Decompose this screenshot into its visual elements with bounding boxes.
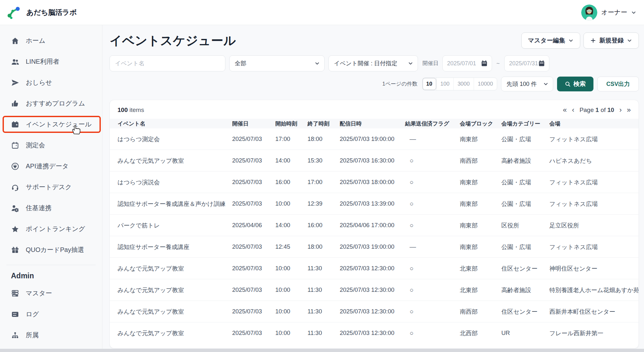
cell-category: 住区センター	[501, 308, 549, 316]
table-row[interactable]: 認知症サポーター養成講座＆声かけ訓練2025/07/0310:0012:3920…	[110, 193, 639, 214]
cell-category: 公園・広場	[501, 135, 549, 143]
date-from-input[interactable]: 2025/07/01	[442, 55, 492, 71]
cell-date: 2025/07/03	[232, 200, 275, 207]
date-mode-select[interactable]: イベント開催 : 日付指定	[328, 55, 418, 71]
cell-start: 14:00	[275, 157, 308, 164]
status-select[interactable]: 全部	[229, 55, 325, 71]
cell-delivery: 2025/07/03 19:00:00	[340, 243, 405, 250]
table-row[interactable]: みんなで元気アップ教室2025/07/0314:0015:302025/07/0…	[110, 150, 639, 171]
csv-export-button[interactable]: CSV出力	[597, 77, 639, 91]
title-actions: マスター編集 新規登録	[521, 32, 639, 49]
table-row[interactable]: はつらつ演説会2025/07/0316:0017:002025/07/03 18…	[110, 171, 639, 193]
date-range-label: 開催日	[422, 60, 439, 67]
cell-venue: 特別養護老人ホーム花畑あすか苑	[549, 286, 639, 294]
sidebar-item-person-gear[interactable]: 住基連携	[0, 198, 102, 218]
server-icon	[11, 289, 19, 298]
cell-venue: フィットネス広場	[549, 178, 631, 186]
items-count: 100 items	[118, 107, 144, 114]
event-name-input[interactable]	[109, 55, 225, 71]
user-role-label: オーナー	[601, 8, 627, 17]
sidebar-item-headset[interactable]: サポートデスク	[0, 177, 102, 198]
per-page-option-10000[interactable]: 10000	[474, 78, 497, 90]
table-row[interactable]: みんなで元気アップ教室2025/07/0310:0011:302025/07/0…	[110, 257, 639, 279]
head-count-select[interactable]: 先頭 100 件	[501, 77, 553, 91]
head-count-select-value: 先頭 100 件	[507, 80, 537, 88]
sitemap-icon	[11, 331, 19, 339]
plug-icon	[11, 162, 19, 171]
calendar-icon	[481, 60, 488, 67]
page-title: イベントスケジュール	[109, 32, 236, 49]
title-row: イベントスケジュール マスター編集 新規登録	[109, 32, 639, 49]
first-page-icon[interactable]: «	[563, 107, 567, 114]
cell-delivery: 2025/04/06 17:00:00	[340, 222, 405, 229]
cell-delivery: 2025/07/03 16:30:00	[340, 157, 405, 164]
per-page-option-10[interactable]: 10	[422, 78, 436, 90]
search-button-label: 検索	[573, 80, 586, 88]
cell-end: 11:30	[308, 329, 340, 337]
cell-date: 2025/07/03	[232, 286, 275, 293]
table-row[interactable]: みんなで元気アップ教室2025/07/0310:0011:302025/07/0…	[110, 279, 639, 301]
table-row[interactable]: パークで筋トレ2025/04/0614:0016:002025/04/06 17…	[110, 214, 639, 236]
cell-date: 2025/07/03	[232, 243, 275, 250]
sidebar-item-calendar-solid[interactable]: イベントスケジュール	[3, 116, 101, 133]
cell-flag: ―	[405, 243, 460, 251]
cell-end: 11:30	[308, 308, 340, 315]
cell-delivery: 2025/07/03 12:30:00	[340, 329, 405, 337]
chevron-down-icon	[627, 38, 632, 43]
sidebar-item-plug[interactable]: API連携データ	[0, 156, 102, 177]
column-header-start: 開始時刻	[275, 120, 308, 127]
chevron-down-icon	[568, 38, 573, 43]
cell-name: パークで筋トレ	[118, 221, 232, 229]
home-icon	[11, 37, 19, 45]
cell-category: 住区センター	[501, 264, 549, 273]
master-edit-button[interactable]: マスター編集	[521, 32, 580, 49]
sidebar-item-sitemap[interactable]: 所属	[0, 325, 102, 346]
new-register-button[interactable]: 新規登録	[583, 32, 639, 49]
last-page-icon[interactable]: »	[627, 107, 631, 114]
sidebar-item-gift[interactable]: QUOカードPay抽選	[0, 239, 102, 260]
sidebar-item-label: おすすめプログラム	[26, 99, 85, 108]
sidebar-item-paper-plane[interactable]: おしらせ	[0, 72, 102, 93]
cell-name: みんなで元気アップ教室	[118, 157, 232, 165]
sidebar-item-label: おしらせ	[26, 78, 52, 87]
cell-venue: フィットネス広場	[549, 200, 631, 208]
user-menu[interactable]: オーナー	[581, 5, 636, 21]
cell-date: 2025/07/03	[232, 265, 275, 272]
per-page-label: 1ページの件数	[382, 80, 417, 88]
app-window: あだち脳活ラボ オーナー ホームLINE利用者おしらせおすすめプログラムイベント	[0, 0, 644, 352]
date-from-value: 2025/07/01	[447, 60, 476, 67]
date-to-input[interactable]: 2025/07/31	[504, 55, 549, 71]
sidebar-item-home[interactable]: ホーム	[0, 30, 102, 51]
sidebar-item-label: ポイントランキング	[26, 225, 85, 233]
sidebar-item-server[interactable]: マスター	[0, 283, 102, 304]
table-row[interactable]: はつらつ測定会2025/07/0317:0018:002025/07/03 19…	[110, 128, 639, 150]
search-button[interactable]: 検索	[557, 77, 593, 91]
sidebar-item-thumb-up[interactable]: おすすめプログラム	[0, 93, 102, 114]
sidebar-divider	[6, 265, 96, 265]
cell-venue: フィットネス広場	[549, 243, 631, 251]
per-page-option-3000[interactable]: 3000	[453, 78, 474, 90]
cell-name: みんなで元気アップ教室	[118, 308, 232, 316]
column-header-block: 会場ブロック	[460, 120, 501, 127]
next-page-icon[interactable]: ›	[619, 107, 621, 114]
table-row[interactable]: みんなで元気アップ教室2025/07/0310:0011:302025/07/0…	[110, 322, 639, 344]
headset-icon	[11, 183, 19, 191]
brand[interactable]: あだち脳活ラボ	[6, 6, 77, 19]
cell-date: 2025/07/03	[232, 157, 275, 164]
sidebar-item-console[interactable]: ログ	[0, 304, 102, 325]
table-body: はつらつ測定会2025/07/0317:0018:002025/07/03 19…	[110, 128, 639, 344]
sidebar-item-users[interactable]: LINE利用者	[0, 51, 102, 72]
sidebar-item-calendar-outline[interactable]: 測定会	[0, 135, 102, 156]
sidebar-item-star[interactable]: ポイントランキング	[0, 218, 102, 239]
per-page-option-100[interactable]: 100	[436, 78, 453, 90]
date-to-value: 2025/07/31	[509, 60, 538, 67]
cell-block: 南東部	[460, 200, 501, 208]
cell-end: 18:00	[308, 243, 340, 250]
table-row[interactable]: みんなで元気アップ教室2025/07/0310:0011:302025/07/0…	[110, 301, 639, 322]
column-header-name: イベント名	[118, 120, 232, 127]
cell-start: 17:00	[275, 135, 308, 143]
prev-page-icon[interactable]: ‹	[572, 107, 574, 114]
table-row[interactable]: 認知症サポーター養成講座2025/07/0312:4518:002025/07/…	[110, 236, 639, 257]
cell-name: 認知症サポーター養成講座＆声かけ訓練	[118, 200, 232, 208]
thumb-up-icon	[11, 99, 19, 108]
